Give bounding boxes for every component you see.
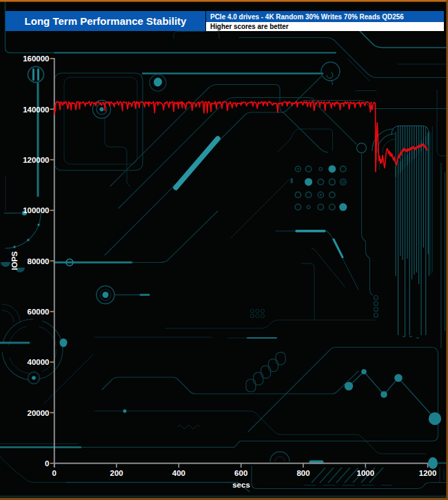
svg-text:40000: 40000: [28, 358, 50, 366]
svg-text:200: 200: [110, 469, 123, 477]
svg-text:120000: 120000: [23, 156, 49, 164]
svg-text:secs: secs: [232, 481, 250, 489]
svg-text:100000: 100000: [23, 206, 49, 214]
svg-text:1200: 1200: [419, 469, 437, 477]
svg-text:160000: 160000: [23, 54, 49, 63]
svg-text:0: 0: [45, 459, 49, 468]
svg-text:600: 600: [234, 469, 247, 477]
svg-text:20000: 20000: [28, 409, 50, 417]
svg-text:80000: 80000: [28, 257, 50, 266]
svg-text:1000: 1000: [357, 469, 375, 477]
svg-text:IOPS: IOPS: [10, 251, 19, 270]
svg-text:60000: 60000: [28, 308, 50, 316]
svg-text:400: 400: [172, 469, 185, 477]
svg-text:800: 800: [296, 469, 309, 477]
svg-text:0: 0: [52, 469, 57, 477]
svg-text:140000: 140000: [23, 106, 49, 114]
